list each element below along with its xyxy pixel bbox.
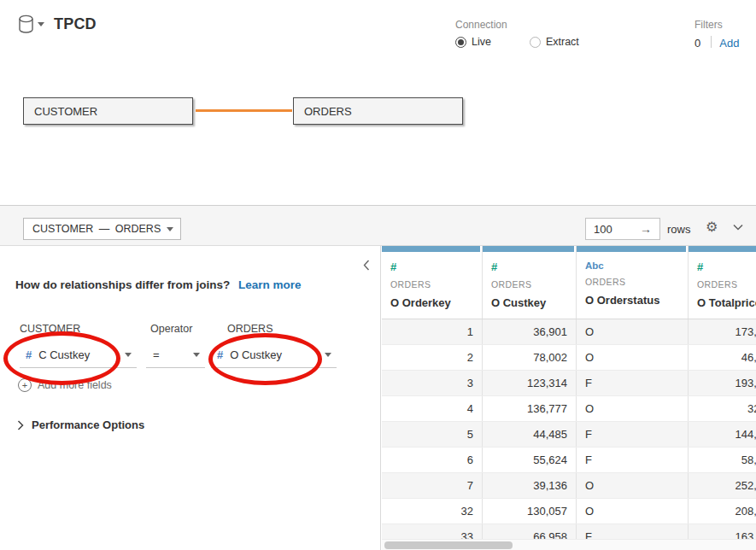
- operator-dropdown[interactable]: =: [146, 342, 205, 368]
- cell-o-custkey: 123,314: [483, 371, 577, 395]
- cell-o-custkey: 39,136: [483, 473, 577, 498]
- top-bar: TPCD Connection Live Extract Filters 0 A…: [0, 0, 756, 48]
- add-more-fields-label: Add more fields: [38, 379, 112, 391]
- cell-o-orderstatus: F: [577, 422, 689, 447]
- column-accent-strip: [382, 246, 480, 252]
- relationship-editor-panel: How do relationships differ from joins? …: [0, 246, 381, 550]
- left-field-dropdown[interactable]: # C Custkey: [20, 342, 137, 368]
- column-table-name: ORDERS: [390, 279, 482, 290]
- learn-more-link[interactable]: Learn more: [238, 278, 302, 291]
- cell-o-totalprice: 252,0: [689, 473, 756, 498]
- number-type-icon: #: [491, 260, 576, 273]
- data-preview-grid: #ORDERSO Orderkey#ORDERSO CustkeyAbcORDE…: [382, 246, 756, 550]
- horizontal-scrollbar-track[interactable]: [382, 539, 756, 550]
- string-type-icon: Abc: [585, 260, 688, 271]
- radio-live-circle-icon[interactable]: [455, 37, 466, 48]
- relationship-connector-line[interactable]: [196, 109, 292, 112]
- cell-o-orderkey: 2: [382, 345, 483, 370]
- column-header-o-totalprice[interactable]: #ORDERSO Totalprice: [689, 246, 756, 319]
- collapse-panel-chevron-icon[interactable]: [363, 260, 370, 271]
- grid-body: 136,901O173,6278,002O46,93123,314F193,84…: [382, 319, 756, 550]
- cell-o-orderstatus: O: [577, 473, 689, 498]
- left-table-column-label: CUSTOMER: [20, 323, 80, 335]
- cell-o-orderkey: 6: [382, 448, 483, 472]
- number-field-icon: #: [26, 348, 32, 361]
- operator-column-label: Operator: [150, 323, 192, 335]
- chevron-right-icon: [17, 420, 24, 430]
- cell-o-orderstatus: O: [577, 396, 689, 421]
- column-field-name: O Orderkey: [390, 296, 482, 309]
- cell-o-totalprice: 144,6: [689, 422, 756, 447]
- cell-o-orderkey: 1: [382, 319, 483, 344]
- operator-caret-icon: [193, 353, 200, 357]
- left-field-value: C Custkey: [38, 348, 125, 361]
- apply-rows-arrow-icon[interactable]: →: [640, 222, 652, 236]
- cell-o-orderstatus: F: [577, 371, 689, 395]
- radio-live-label: Live: [472, 36, 491, 48]
- plus-circle-icon: +: [18, 378, 32, 392]
- table-row: 739,136O252,0: [382, 473, 756, 499]
- rows-label: rows: [667, 223, 690, 236]
- cell-o-orderstatus: O: [577, 319, 689, 344]
- column-field-name: O Orderstatus: [585, 294, 688, 307]
- cell-o-orderkey: 5: [382, 422, 483, 447]
- datasource-menu-button[interactable]: [17, 15, 44, 34]
- column-table-name: ORDERS: [585, 277, 688, 287]
- cell-o-custkey: 130,057: [483, 499, 577, 524]
- radio-live[interactable]: Live: [455, 36, 491, 48]
- right-table-column-label: ORDERS: [227, 323, 273, 335]
- column-field-name: O Custkey: [491, 296, 576, 309]
- column-header-o-orderkey[interactable]: #ORDERSO Orderkey: [382, 246, 483, 319]
- column-accent-strip: [689, 246, 756, 252]
- relationship-selector-caret-icon: [167, 227, 173, 231]
- filters-label: Filters: [694, 19, 739, 31]
- performance-options-label: Performance Options: [32, 418, 144, 431]
- table-row: 3123,314F193,8: [382, 371, 756, 396]
- cell-o-custkey: 36,901: [483, 319, 577, 344]
- connection-section: Connection Live Extract: [455, 19, 579, 48]
- cell-o-orderkey: 32: [382, 499, 483, 524]
- cell-o-totalprice: 46,9: [689, 345, 756, 370]
- logical-table-orders[interactable]: ORDERS: [293, 97, 463, 125]
- left-field-caret-icon: [125, 353, 132, 357]
- radio-extract-circle-icon[interactable]: [530, 37, 541, 48]
- cell-o-orderstatus: F: [577, 448, 689, 472]
- connection-label: Connection: [455, 19, 579, 31]
- number-type-icon: #: [390, 260, 482, 273]
- cell-o-totalprice: 58,7: [689, 448, 756, 472]
- radio-extract-label: Extract: [546, 36, 579, 48]
- relationship-question-text: How do relationships differ from joins?: [15, 278, 230, 291]
- relationship-selector-dropdown[interactable]: CUSTOMER — ORDERS: [23, 218, 181, 240]
- datasource-title: TPCD: [54, 15, 97, 33]
- column-accent-strip: [483, 246, 574, 252]
- row-count-box: →: [585, 218, 660, 240]
- filters-section: Filters 0 Add: [694, 19, 739, 50]
- preview-toolbar: CUSTOMER — ORDERS → rows ⚙: [0, 205, 756, 246]
- collapse-preview-chevron-icon[interactable]: [733, 224, 743, 231]
- cell-o-orderstatus: O: [577, 499, 689, 524]
- column-header-o-orderstatus[interactable]: AbcORDERSO Orderstatus: [577, 246, 689, 319]
- cell-o-orderstatus: O: [577, 345, 689, 370]
- column-table-name: ORDERS: [491, 279, 576, 290]
- operator-value: =: [153, 348, 193, 361]
- radio-extract[interactable]: Extract: [530, 36, 579, 48]
- tableau-datasource-page: TPCD Connection Live Extract Filters 0 A…: [0, 0, 756, 550]
- number-type-icon: #: [697, 260, 756, 273]
- datasource-menu-caret-icon: [38, 22, 44, 26]
- settings-gear-icon[interactable]: ⚙: [706, 220, 718, 234]
- relationship-help-text: How do relationships differ from joins? …: [15, 278, 302, 291]
- row-count-input[interactable]: [586, 223, 638, 236]
- cell-o-orderkey: 7: [382, 473, 483, 498]
- logical-table-customer[interactable]: CUSTOMER: [23, 97, 193, 125]
- cell-o-totalprice: 173,6: [689, 319, 756, 344]
- performance-options-toggle[interactable]: Performance Options: [17, 418, 144, 431]
- add-more-fields-button[interactable]: + Add more fields: [18, 378, 112, 392]
- logical-table-orders-label: ORDERS: [304, 105, 352, 118]
- relationship-selector-label: CUSTOMER — ORDERS: [32, 223, 167, 235]
- database-icon: [17, 15, 35, 34]
- cell-o-orderkey: 3: [382, 371, 483, 395]
- table-row: 136,901O173,6: [382, 319, 756, 345]
- column-header-o-custkey[interactable]: #ORDERSO Custkey: [483, 246, 577, 319]
- right-field-dropdown[interactable]: # O Custkey: [211, 342, 337, 368]
- horizontal-scrollbar-thumb[interactable]: [384, 541, 513, 549]
